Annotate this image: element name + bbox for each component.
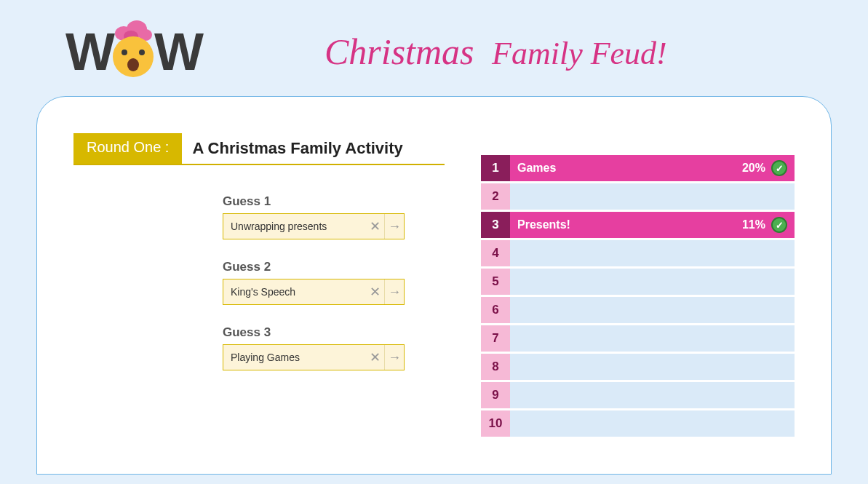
board-row-number: 8: [481, 354, 510, 380]
board-row-content: [510, 354, 795, 380]
board-row[interactable]: 8: [481, 354, 795, 380]
board-percent: 20%: [742, 162, 765, 175]
title-main: Christmas: [324, 31, 474, 72]
guess-input[interactable]: [223, 279, 365, 304]
board-row-number: 2: [481, 183, 510, 210]
round-header: Round One : A Christmas Family Activity: [73, 133, 445, 165]
exploding-head-emoji-icon: [108, 26, 159, 77]
guess-input-row: ✕→: [223, 279, 405, 305]
guess-input-row: ✕→: [223, 344, 405, 370]
board-row-number: 5: [481, 269, 510, 295]
board-row[interactable]: 7: [481, 325, 795, 352]
guess-input-row: ✕→: [223, 213, 405, 239]
guess-label: Guess 3: [223, 325, 445, 340]
submit-arrow-icon[interactable]: →: [384, 345, 404, 370]
guess-1: Guess 1✕→: [223, 194, 445, 239]
guess-3: Guess 3✕→: [223, 325, 445, 370]
board-row[interactable]: 5: [481, 269, 795, 295]
board-row-content: Games20%✓: [510, 155, 795, 181]
board-row-number: 1: [481, 155, 510, 181]
board-row-content: Presents!11%✓: [510, 212, 795, 238]
game-title: Christmas Family Feud!: [324, 31, 667, 73]
board-row-number: 6: [481, 297, 510, 323]
game-card: Round One : A Christmas Family Activity …: [36, 96, 832, 475]
title-sub: Family Feud!: [492, 36, 667, 71]
guesses-list: Guess 1✕→Guess 2✕→Guess 3✕→: [73, 194, 445, 370]
answer-board: 1Games20%✓23Presents!11%✓45678910: [481, 155, 795, 437]
board-row-content: [510, 269, 795, 295]
guess-label: Guess 1: [223, 194, 445, 209]
board-answer: Games: [517, 162, 742, 175]
board-row[interactable]: 9: [481, 382, 795, 408]
left-panel: Round One : A Christmas Family Activity …: [73, 133, 445, 445]
checkmark-icon: ✓: [771, 217, 787, 233]
board-row-number: 9: [481, 382, 510, 408]
board-row[interactable]: 10: [481, 410, 795, 437]
board-row-number: 7: [481, 325, 510, 352]
board-row-number: 4: [481, 240, 510, 266]
clear-icon[interactable]: ✕: [365, 279, 384, 304]
right-panel: 1Games20%✓23Presents!11%✓45678910: [445, 133, 795, 445]
guess-2: Guess 2✕→: [223, 260, 445, 305]
board-row[interactable]: 1Games20%✓: [481, 155, 795, 181]
board-row[interactable]: 3Presents!11%✓: [481, 212, 795, 238]
board-row-content: [510, 410, 795, 437]
board-row-number: 3: [481, 212, 510, 238]
board-row-content: [510, 183, 795, 210]
guess-input[interactable]: [223, 214, 365, 239]
board-row[interactable]: 4: [481, 240, 795, 266]
clear-icon[interactable]: ✕: [365, 345, 384, 370]
checkmark-icon: ✓: [771, 160, 787, 176]
board-percent: 11%: [742, 218, 765, 231]
board-row-content: [510, 382, 795, 408]
guess-input[interactable]: [223, 345, 365, 370]
round-prompt: A Christmas Family Activity: [182, 133, 413, 164]
board-row-content: [510, 240, 795, 266]
logo-letter-w2: W: [154, 22, 201, 82]
logo-letter-w1: W: [65, 22, 112, 82]
round-badge: Round One :: [73, 133, 182, 164]
board-row[interactable]: 6: [481, 297, 795, 323]
board-row-content: [510, 297, 795, 323]
clear-icon[interactable]: ✕: [365, 214, 384, 239]
submit-arrow-icon[interactable]: →: [384, 214, 404, 239]
board-row[interactable]: 2: [481, 183, 795, 210]
board-answer: Presents!: [517, 218, 742, 231]
wow-logo: W W: [65, 22, 201, 82]
board-row-number: 10: [481, 410, 510, 437]
header: W W Christmas Family Feud!: [0, 0, 868, 89]
submit-arrow-icon[interactable]: →: [384, 279, 404, 304]
guess-label: Guess 2: [223, 260, 445, 274]
board-row-content: [510, 325, 795, 352]
